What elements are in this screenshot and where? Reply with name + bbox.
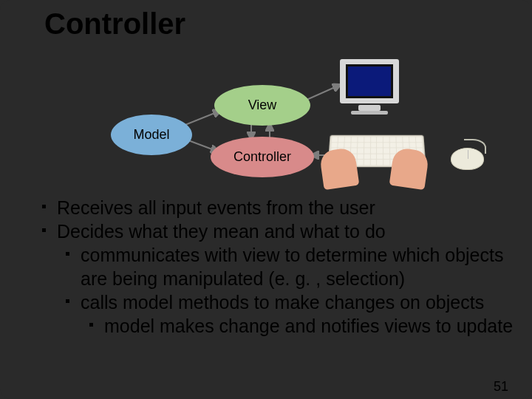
slide-title: Controller [44,7,185,41]
slide: Controller Model View [0,0,532,399]
bullet-2: Decides what they mean and what to do [41,219,514,243]
view-label: View [248,98,277,113]
bullet-2a: communicates with view to determine whic… [64,243,514,290]
monitor-icon [340,59,399,115]
controller-node: Controller [211,137,314,177]
mouse-icon [451,148,484,170]
model-label: Model [133,127,169,143]
controller-label: Controller [233,149,291,165]
svg-line-4 [307,85,340,100]
keyboard-with-hands-icon [321,127,432,183]
mvc-diagram: Model View Controller [0,44,532,192]
model-node: Model [111,115,192,155]
bullet-2b1: model makes change and notifies views to… [88,314,514,338]
bullet-2b: calls model methods to make changes on o… [64,290,514,314]
view-node: View [214,85,310,126]
right-hand-icon [389,147,430,190]
bullet-content: Receives all input events from the user … [41,196,514,338]
svg-line-2 [183,111,220,126]
page-number: 51 [494,379,508,395]
bullet-1: Receives all input events from the user [41,196,514,219]
